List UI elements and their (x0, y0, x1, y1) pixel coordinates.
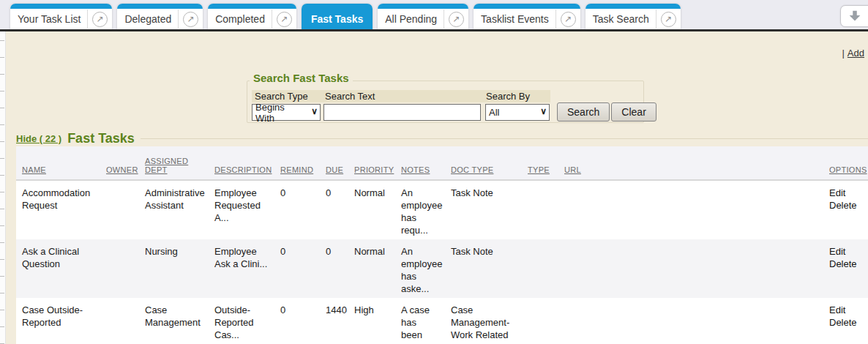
popout-icon[interactable]: ↗ (661, 12, 676, 27)
col-header-name[interactable]: NAME (16, 146, 100, 180)
search-type-value: Begins With (255, 102, 305, 124)
tab-divider (444, 10, 444, 29)
chevron-down-icon: ∨ (311, 106, 318, 116)
tab-accent-bar (10, 4, 112, 9)
tab-label: Fast Tasks (311, 13, 363, 25)
hide-count-link[interactable]: Hide ( 22 ) (16, 133, 61, 144)
tab-accent-bar (117, 4, 203, 9)
add-task-link[interactable]: Add (848, 48, 864, 59)
tab-all-pending[interactable]: All Pending ↗ (378, 4, 468, 29)
popout-icon[interactable]: ↗ (449, 12, 464, 27)
edit-link[interactable]: Edit (829, 187, 867, 199)
col-header-description[interactable]: DESCRIPTION (209, 146, 274, 180)
table-row: Case Outside-Reported Case Management Ou… (16, 298, 868, 344)
tab-label: Delegated (124, 13, 178, 25)
cell-options: Edit Delete (823, 180, 868, 239)
edit-link[interactable]: Edit (829, 245, 867, 258)
cell-owner (100, 180, 139, 239)
cell-description: Outside-Reported Cas... (209, 298, 274, 344)
cell-name: Accommodation Request (16, 180, 100, 239)
tab-accent-bar (378, 4, 468, 9)
tab-accent-bar (585, 4, 681, 9)
tab-task-search[interactable]: Task Search ↗ (585, 4, 681, 29)
tab-label: All Pending (385, 13, 444, 25)
search-controls: Begins With ∨ All ∨ Search Clear (252, 104, 656, 121)
popout-icon[interactable]: ↗ (183, 12, 198, 27)
col-header-notes[interactable]: NOTES (395, 146, 445, 180)
tab-fast-tasks[interactable]: Fast Tasks (302, 4, 373, 29)
cell-description: Employee Requested A... (209, 180, 274, 239)
search-section-title: Search Fast Tasks (250, 72, 353, 84)
col-header-url[interactable]: URL (558, 146, 823, 180)
cell-doc-type: Case Management-Work Related Note (445, 298, 522, 344)
fast-tasks-table: NAME OWNER ASSIGNED DEPT DESCRIPTION REM… (16, 146, 868, 344)
clear-button[interactable]: Clear (611, 102, 656, 121)
tab-label: Completed (215, 13, 272, 25)
cell-priority: Normal (348, 180, 395, 239)
cell-name: Ask a Clinical Question (16, 239, 100, 298)
col-header-owner[interactable]: OWNER (100, 146, 139, 180)
search-type-label: Search Type (255, 91, 308, 102)
popout-icon[interactable]: ↗ (561, 12, 576, 27)
col-header-remind[interactable]: REMIND (274, 146, 320, 180)
tab-accent-bar (208, 4, 296, 9)
search-by-select[interactable]: All ∨ (485, 104, 550, 121)
tab-accent-bar (474, 4, 580, 9)
cell-remind: 0 (274, 298, 320, 344)
search-labels-band: Search Type Search Text Search By (252, 90, 550, 102)
col-header-assigned-dept[interactable]: ASSIGNED DEPT (139, 146, 209, 180)
tab-your-task-list[interactable]: Your Task List ↗ (10, 4, 112, 29)
collapse-tabs-button[interactable] (840, 5, 868, 27)
cell-url (558, 239, 823, 298)
col-header-doc-type[interactable]: DOC TYPE (445, 146, 522, 180)
search-fast-tasks-section: Search Fast Tasks Search Type Search Tex… (247, 72, 644, 123)
search-type-select[interactable]: Begins With ∨ (252, 104, 321, 121)
cell-url (558, 298, 823, 344)
search-text-input[interactable] (323, 104, 481, 121)
fast-tasks-panel: |Add Search Fast Tasks Search Type Searc… (6, 31, 868, 344)
edit-link[interactable]: Edit (829, 304, 867, 316)
cell-notes: A case has been repo... (395, 298, 445, 344)
delete-link[interactable]: Delete (829, 199, 867, 212)
cell-notes: An employee has requ... (395, 180, 445, 239)
delete-link[interactable]: Delete (829, 258, 867, 270)
tab-label: Task Search (593, 13, 656, 25)
cell-name: Case Outside-Reported (16, 298, 100, 344)
search-by-value: All (489, 107, 499, 118)
search-text-label: Search Text (325, 91, 375, 102)
tab-label: Your Task List (18, 13, 87, 25)
table-header-row: NAME OWNER ASSIGNED DEPT DESCRIPTION REM… (16, 146, 868, 180)
search-button[interactable]: Search (557, 102, 610, 121)
add-row: |Add (842, 48, 864, 59)
search-by-label: Search By (486, 91, 530, 102)
tab-completed[interactable]: Completed ↗ (208, 4, 296, 29)
cell-priority: Normal (348, 239, 395, 298)
cell-assigned-dept: Case Management (139, 298, 209, 344)
cell-due: 0 (320, 180, 348, 239)
table-row: Ask a Clinical Question Nursing Employee… (16, 239, 868, 298)
col-header-type[interactable]: TYPE (522, 146, 558, 180)
cell-type (522, 180, 558, 239)
tab-delegated[interactable]: Delegated ↗ (117, 4, 203, 29)
tab-tasklist-events[interactable]: Tasklist Events ↗ (474, 4, 580, 29)
cell-doc-type: Task Note (445, 239, 522, 298)
popout-icon[interactable]: ↗ (92, 12, 108, 27)
cell-url (558, 180, 823, 239)
cell-owner (100, 239, 139, 298)
gutter-tick-marks (0, 7, 4, 344)
col-header-priority[interactable]: PRIORITY (348, 146, 395, 180)
tab-divider (656, 10, 656, 29)
tab-accent-bar (302, 4, 373, 9)
cell-options: Edit Delete (823, 239, 868, 298)
popout-icon[interactable]: ↗ (277, 12, 292, 27)
cell-type (522, 239, 558, 298)
fast-tasks-list-header: Hide ( 22 ) Fast Tasks (16, 131, 868, 146)
header-rule (141, 138, 868, 139)
col-header-options[interactable]: OPTIONS (823, 146, 868, 180)
tab-label: Tasklist Events (481, 13, 555, 25)
delete-link[interactable]: Delete (829, 316, 867, 329)
col-header-due[interactable]: DUE (320, 146, 348, 180)
cell-assigned-dept: Administrative Assistant (139, 180, 209, 239)
table-row: Accommodation Request Administrative Ass… (16, 180, 868, 239)
tab-divider (272, 10, 272, 29)
